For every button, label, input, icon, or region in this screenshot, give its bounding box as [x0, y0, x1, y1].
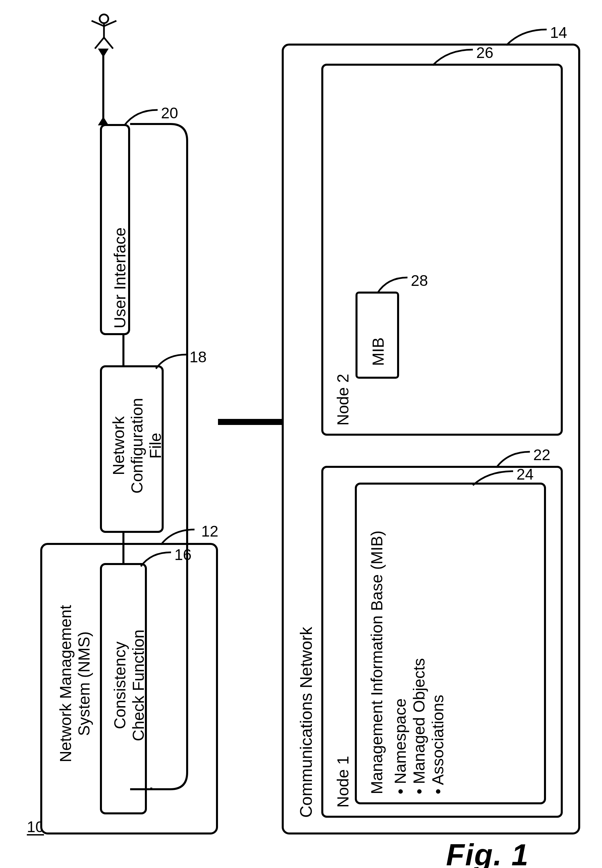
config-l1: Network: [109, 367, 128, 525]
consistency-l1: Consistency: [111, 565, 129, 806]
conn-nms-network-fill: [218, 419, 282, 425]
ref-22: 22: [533, 446, 550, 464]
conn-ui-user: [102, 50, 104, 124]
nms-title-line1: Network Management: [56, 543, 75, 824]
svg-point-0: [100, 14, 108, 23]
svg-line-4: [95, 38, 104, 49]
mib-title: Management Information Base (MIB): [367, 531, 386, 794]
leader-24: [470, 469, 516, 489]
svg-line-5: [104, 38, 113, 49]
leader-14: [503, 27, 550, 50]
mib-b2: • Managed Objects: [410, 658, 428, 794]
leader-26: [429, 47, 476, 70]
nms-title-line2: System (NMS): [75, 543, 93, 824]
node1-label: Node 1: [334, 756, 352, 808]
network-title: Communications Network: [297, 627, 316, 818]
ref-28: 28: [411, 271, 428, 289]
ref-26: 26: [476, 44, 493, 62]
leader-28: [374, 275, 411, 298]
node2-box: [321, 64, 563, 436]
mib-b3: • Associations: [428, 695, 447, 794]
ref-24: 24: [516, 465, 534, 483]
ref-14: 14: [550, 23, 567, 41]
node2-label: Node 2: [334, 374, 352, 426]
mib-b1: • Namespace: [391, 698, 410, 794]
conn-consistency-config: [123, 533, 124, 563]
nms-title: Network Management System (NMS): [56, 543, 93, 824]
user-icon: [89, 14, 119, 50]
ui-label: User Interface: [111, 228, 129, 328]
diagram-canvas: 10 Network Management System (NMS) 12 Co…: [0, 0, 602, 868]
conn-config-ui: [123, 335, 124, 365]
arrow-user-to-ui: [98, 116, 109, 126]
figure-label: Fig. 1: [446, 838, 529, 868]
ref-12: 12: [201, 522, 218, 540]
mib-small-label: MIB: [369, 337, 387, 366]
conn-ui-consistency: [130, 114, 194, 818]
